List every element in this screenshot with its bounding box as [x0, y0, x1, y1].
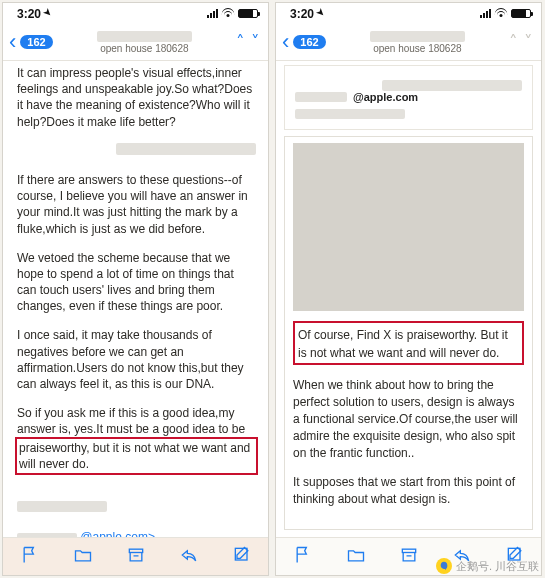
- subject-line: open house 180628: [373, 43, 461, 54]
- from-header: @apple.com: [284, 65, 533, 130]
- battery-icon: [238, 9, 258, 18]
- nav-bar: ‹ 162 open house 180628 ˄ ˅: [276, 21, 541, 61]
- status-bar: 3:20 ➤: [276, 3, 541, 21]
- back-button[interactable]: ‹: [9, 31, 16, 53]
- paragraph: So if you ask me if this is a good idea,…: [17, 405, 256, 487]
- svg-rect-0: [129, 549, 142, 552]
- sender-redacted: [370, 31, 465, 42]
- paragraph: When we think about how to bring the per…: [293, 377, 524, 461]
- next-message-button[interactable]: ˅: [251, 34, 260, 51]
- phone-right: 3:20 ➤ ‹ 162 open house 180628 ˄ ˅: [275, 2, 542, 576]
- watermark: 企鹅号. 川谷互联: [436, 558, 539, 574]
- status-bar: 3:20 ➤: [3, 3, 268, 21]
- paragraph: It can impress people's visual effects,i…: [17, 65, 256, 130]
- paragraph: If there are answers to these questions-…: [17, 172, 256, 237]
- wifi-icon: [494, 9, 508, 19]
- watermark-text: 企鹅号. 川谷互联: [456, 559, 539, 574]
- status-time: 3:20: [290, 7, 314, 21]
- folder-button[interactable]: [73, 545, 93, 569]
- highlighted-text: Of course, Find X is praiseworthy. But i…: [293, 321, 524, 365]
- from-email[interactable]: @apple.com: [353, 91, 418, 103]
- back-button[interactable]: ‹: [282, 31, 289, 53]
- svg-rect-2: [402, 549, 415, 552]
- battery-icon: [511, 9, 531, 18]
- prev-message-button[interactable]: ˄: [236, 34, 245, 51]
- phone-left: 3:20 ➤ ‹ 162 open house 180628 ˄ ˅: [2, 2, 269, 576]
- mail-body[interactable]: It can impress people's visual effects,i…: [3, 61, 268, 537]
- archive-button[interactable]: [126, 545, 146, 569]
- cellular-icon: [480, 9, 491, 18]
- folder-button[interactable]: [346, 545, 366, 569]
- sender-email[interactable]: @apple.com>: [80, 530, 155, 537]
- inbox-count-pill[interactable]: 162: [293, 35, 325, 49]
- location-icon: ➤: [42, 6, 55, 19]
- archive-button[interactable]: [399, 545, 419, 569]
- location-icon: ➤: [315, 6, 328, 19]
- toolbar: [3, 537, 268, 575]
- redacted-block: [295, 92, 347, 102]
- sender-redacted: [97, 31, 192, 42]
- status-time: 3:20: [17, 7, 41, 21]
- cellular-icon: [207, 9, 218, 18]
- watermark-icon: [436, 558, 452, 574]
- mail-body[interactable]: @apple.com Of course, Find X is praisewo…: [276, 61, 541, 537]
- signature-line: @apple.com>: [17, 529, 256, 537]
- quoted-content: Of course, Find X is praiseworthy. But i…: [284, 136, 533, 530]
- wifi-icon: [221, 9, 235, 19]
- inbox-count-pill[interactable]: 162: [20, 35, 52, 49]
- image-placeholder: [293, 143, 524, 311]
- reply-button[interactable]: [179, 545, 199, 569]
- paragraph: It supposes that we start from this poin…: [293, 474, 524, 508]
- prev-message-button[interactable]: ˄: [509, 34, 518, 51]
- highlighted-text: praiseworthy, but it is not what we want…: [15, 437, 258, 475]
- subject-line: open house 180628: [100, 43, 188, 54]
- highlight-text: Of course, Find X is praiseworthy. But i…: [298, 328, 508, 360]
- nav-bar: ‹ 162 open house 180628 ˄ ˅: [3, 21, 268, 61]
- redacted-block: [17, 501, 107, 512]
- paragraph: I once said, it may take thousands of ne…: [17, 327, 256, 392]
- flag-button[interactable]: [293, 545, 313, 569]
- flag-button[interactable]: [20, 545, 40, 569]
- next-message-button[interactable]: ˅: [524, 34, 533, 51]
- redacted-block: [295, 109, 405, 119]
- redacted-block: [382, 80, 522, 91]
- redacted-block: [116, 143, 256, 155]
- compose-button[interactable]: [232, 545, 252, 569]
- paragraph-text: So if you ask me if this is a good idea,…: [17, 406, 245, 436]
- paragraph: We vetoed the scheme because that we hop…: [17, 250, 256, 315]
